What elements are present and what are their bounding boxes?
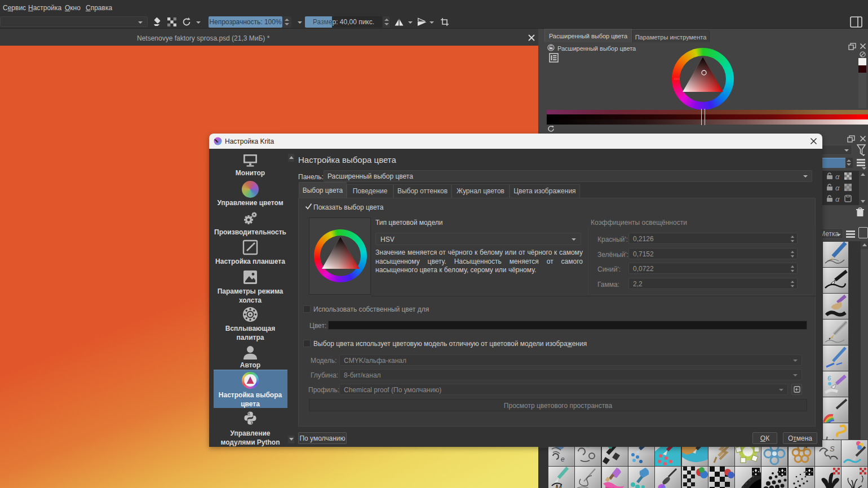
svg-text:M: M [555,483,562,488]
svg-text:α: α [835,172,840,181]
svg-text:6: 6 [827,375,831,381]
svg-text:α: α [835,195,840,203]
svg-text:α: α [835,184,840,192]
svg-text:S: S [830,445,835,453]
svg-text:e: e [561,455,565,463]
